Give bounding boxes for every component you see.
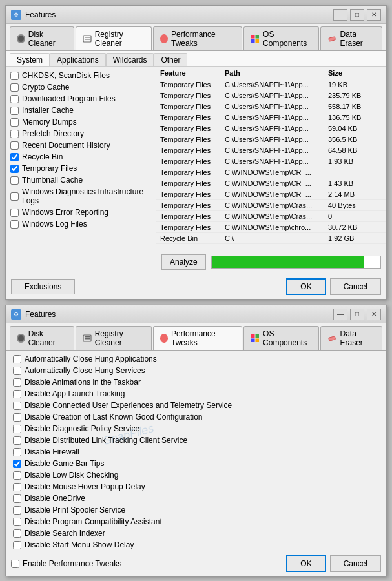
maximize-btn-2[interactable]: □ (350, 309, 364, 320)
table-row[interactable]: Temporary FilesC:\Users\SNAPFI~1\App...1… (156, 112, 386, 123)
checkbox-label-2[interactable]: Downloaded Program Files (22, 94, 116, 103)
checkbox2-label-1[interactable]: Automatically Close Hung Services (25, 366, 145, 375)
table-row[interactable]: Temporary FilesC:\Users\SNAPFI~1\App...6… (156, 145, 386, 156)
checkbox2-label-8[interactable]: Disable Firewall (25, 447, 79, 456)
checkbox2-label-13[interactable]: Disable Print Spooler Service (25, 505, 125, 515)
tab2-os-components[interactable]: OS Components (243, 326, 319, 350)
table-row[interactable]: Temporary FilesC:\Users\SNAPFI~1\App...5… (156, 123, 386, 134)
sub-tab-other[interactable]: Other (154, 53, 187, 66)
table-row[interactable]: Temporary FilesC:\WINDOWS\Temp\chro...30… (156, 222, 386, 233)
checkbox2-label-5[interactable]: Disable Creation of Last Known Good Conf… (25, 413, 203, 422)
table-row[interactable]: Temporary FilesC:\Users\SNAPFI~1\App...2… (156, 90, 386, 101)
checkbox2-label-4[interactable]: Disable Connected User Experiences and T… (25, 401, 232, 410)
tab-perf-tweaks[interactable]: Performance Tweaks (153, 26, 242, 50)
cancel-button-1[interactable]: Cancel (330, 278, 381, 295)
checkbox-0[interactable] (10, 72, 19, 80)
checkbox2-label-3[interactable]: Disable App Launch Tracking (25, 389, 125, 398)
checkbox2-8[interactable] (13, 448, 21, 456)
checkbox-5[interactable] (10, 130, 19, 138)
checkbox2-9[interactable] (13, 460, 21, 468)
checkbox2-2[interactable] (13, 378, 21, 387)
checkbox-label-9[interactable]: Thumbnail Cache (22, 176, 83, 185)
checkbox2-12[interactable] (13, 494, 21, 503)
minimize-btn-1[interactable]: — (333, 9, 347, 21)
checkbox-label-6[interactable]: Recent Document History (22, 141, 110, 150)
checkbox-label-0[interactable]: CHKDSK, ScanDisk Files (22, 71, 110, 80)
checkbox-11[interactable] (10, 209, 19, 217)
checkbox-label-12[interactable]: Windows Log Files (22, 219, 87, 229)
analyze-button[interactable]: Analyze (161, 254, 206, 270)
enable-perf-tweaks-checkbox[interactable] (11, 560, 19, 568)
checkbox-label-8[interactable]: Temporary Files (22, 164, 77, 173)
checkbox-label-11[interactable]: Windows Error Reporting (22, 208, 108, 217)
checkbox2-label-6[interactable]: Disable Diagnostic Policy Service (25, 424, 139, 433)
checkbox2-label-9[interactable]: Disable Game Bar Tips (25, 459, 104, 468)
table-body-1[interactable]: Temporary FilesC:\Users\SNAPFI~1\App...1… (156, 79, 386, 250)
ok-button-1[interactable]: OK (286, 278, 325, 295)
sub-tab-apps[interactable]: Applications (50, 53, 106, 66)
close-btn-1[interactable]: ✕ (367, 9, 381, 21)
checkbox2-label-16[interactable]: Disable Start Menu Show Delay (25, 540, 134, 549)
exclusions-button[interactable]: Exclusions (11, 279, 75, 294)
checkbox-label-3[interactable]: Installer Cache (22, 106, 74, 115)
checkbox2-label-14[interactable]: Disable Program Compatibility Assistant (25, 517, 162, 526)
table-row[interactable]: Temporary FilesC:\Users\SNAPFI~1\App...1… (156, 156, 386, 167)
sub-tab-wildcards[interactable]: Wildcards (106, 53, 154, 66)
checkbox-6[interactable] (10, 141, 19, 150)
table-row[interactable]: Temporary FilesC:\Users\SNAPFI~1\App...5… (156, 101, 386, 112)
checkbox2-label-10[interactable]: Disable Low Disk Checking (25, 471, 118, 480)
tab-os-components[interactable]: OS Components (243, 26, 319, 50)
checkbox-10[interactable] (10, 192, 19, 201)
table-row[interactable]: Temporary FilesC:\WINDOWS\Temp\CR_...2.1… (156, 189, 386, 200)
checkbox2-label-7[interactable]: Disable Distributed Link Tracking Client… (25, 436, 187, 445)
table-row[interactable]: Temporary FilesC:\WINDOWS\Temp\CR_...1.4… (156, 178, 386, 189)
checkbox2-1[interactable] (13, 367, 21, 375)
checkbox-4[interactable] (10, 118, 19, 127)
table-row[interactable]: Recycle BinC:\1.92 GB (156, 233, 386, 244)
checkbox2-label-2[interactable]: Disable Animations in the Taskbar (25, 378, 141, 387)
checkbox-12[interactable] (10, 220, 19, 229)
checkbox2-11[interactable] (13, 483, 21, 491)
checkbox-3[interactable] (10, 107, 19, 115)
table-row[interactable]: Temporary FilesC:\WINDOWS\Temp\CR_... (156, 167, 386, 178)
cancel-button-2[interactable]: Cancel (330, 555, 381, 572)
table-row[interactable]: Temporary FilesC:\Users\SNAPFI~1\App...1… (156, 79, 386, 90)
checkbox-2[interactable] (10, 95, 19, 103)
minimize-btn-2[interactable]: — (333, 309, 347, 320)
close-btn-2[interactable]: ✕ (367, 309, 381, 320)
checkbox-label-7[interactable]: Recycle Bin (22, 152, 63, 161)
tab2-registry-cleaner[interactable]: Registry Cleaner (76, 326, 152, 350)
checkbox-label-10[interactable]: Windows Diagnostics Infrastructure Logs (22, 187, 151, 205)
checkbox2-13[interactable] (13, 506, 21, 515)
checkbox2-4[interactable] (13, 402, 21, 410)
checkbox-8[interactable] (10, 165, 19, 173)
table-row[interactable]: Temporary FilesC:\Users\SNAPFI~1\App...3… (156, 134, 386, 145)
checkbox2-14[interactable] (13, 518, 21, 526)
checkbox2-label-12[interactable]: Disable OneDrive (25, 494, 85, 503)
ok-button-2[interactable]: OK (286, 555, 325, 572)
checkbox-label-4[interactable]: Memory Dumps (22, 117, 77, 127)
tab-data-eraser[interactable]: Data Eraser (320, 26, 382, 50)
checkbox2-10[interactable] (13, 471, 21, 480)
checkbox2-label-0[interactable]: Automatically Close Hung Applications (25, 354, 157, 363)
table-row[interactable]: Temporary FilesC:\WINDOWS\Temp\Cras...40… (156, 200, 386, 211)
checkbox2-0[interactable] (13, 355, 21, 363)
checkbox2-label-11[interactable]: Disable Mouse Hover Popup Delay (25, 482, 145, 491)
tab2-data-eraser[interactable]: Data Eraser (320, 326, 382, 350)
checkbox-7[interactable] (10, 153, 19, 161)
sub-tab-system[interactable]: System (10, 53, 50, 66)
checkbox-label-1[interactable]: Crypto Cache (22, 83, 69, 92)
tab-disk-cleaner[interactable]: Disk Cleaner (10, 26, 74, 50)
tab2-perf-tweaks[interactable]: Performance Tweaks (153, 326, 242, 350)
table-row[interactable]: Temporary FilesC:\WINDOWS\Temp\Cras...0 (156, 211, 386, 222)
checkbox2-3[interactable] (13, 390, 21, 398)
checkbox-9[interactable] (10, 176, 19, 185)
checkbox-1[interactable] (10, 83, 19, 92)
maximize-btn-1[interactable]: □ (350, 9, 364, 21)
enable-perf-tweaks-label[interactable]: Enable Performance Tweaks (23, 559, 121, 568)
tab2-disk-cleaner[interactable]: Disk Cleaner (10, 326, 74, 350)
checkbox2-16[interactable] (13, 541, 21, 549)
checkbox2-15[interactable] (13, 529, 21, 538)
checkbox2-5[interactable] (13, 413, 21, 422)
checkbox-label-5[interactable]: Prefetch Directory (22, 129, 84, 138)
